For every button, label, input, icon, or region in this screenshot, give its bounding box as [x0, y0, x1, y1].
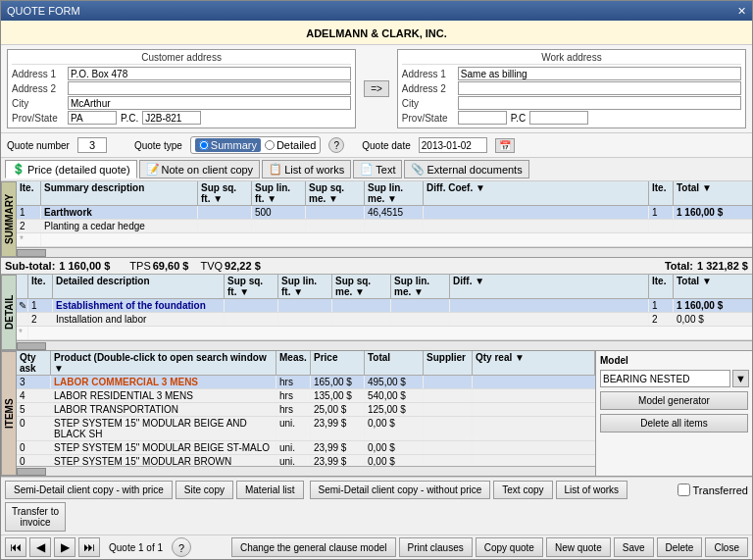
total-label: Total:: [665, 260, 693, 272]
detail-desc-2: Installation and labor: [53, 313, 225, 326]
delete-button[interactable]: Delete: [657, 537, 703, 557]
summary-right-total-1: 1 160,00 $: [674, 206, 752, 219]
site-copy-button[interactable]: Site copy: [176, 481, 233, 499]
work-provstate-input[interactable]: [458, 111, 507, 125]
work-address2-input[interactable]: [458, 81, 741, 95]
model-input-row: ▼: [600, 370, 748, 387]
detail-col-sqme: Sup sq. me. ▼: [332, 275, 391, 298]
items-row-step2[interactable]: 0 STEP SYSTEM 15" MODULAR BEIGE ST-MALO …: [17, 441, 595, 455]
tab-list[interactable]: 📋 List of works: [262, 160, 351, 178]
summary-cell-sqft-1: [198, 206, 252, 219]
transfer-to-invoice-button[interactable]: Transfer to invoice: [5, 502, 66, 532]
quote-number-input[interactable]: [77, 137, 107, 153]
delete-all-items-button[interactable]: Delete all items: [600, 414, 748, 433]
close-icon[interactable]: ✕: [737, 5, 746, 18]
print-clauses-button[interactable]: Print clauses: [399, 537, 473, 557]
customer-provstate-input[interactable]: [68, 111, 117, 125]
model-input[interactable]: [600, 370, 730, 387]
items-qty-5: 5: [17, 403, 51, 416]
quote-date-input[interactable]: [419, 137, 487, 153]
items-qty-step3: 0: [17, 455, 51, 466]
customer-pc-input[interactable]: [142, 111, 201, 125]
summary-row-1[interactable]: 1 Earthwork 500 46,4515 1 1 160,00 $: [17, 206, 752, 220]
price-icon: 💲: [12, 163, 25, 176]
items-row-3[interactable]: 3 LABOR COMMERCIAL 3 MENS hrs 165,00 $ 4…: [17, 376, 595, 389]
text-icon: 📄: [360, 163, 374, 176]
items-supplier-4: [424, 389, 473, 402]
items-row-step3[interactable]: 0 STEP SYSTEM 15" MODULAR BROWN CARDIGAN…: [17, 455, 595, 466]
semi-detail-no-price-button[interactable]: Semi-Detail client copy - without price: [310, 481, 491, 499]
customer-address2-label: Address 2: [12, 83, 66, 94]
summary-col-desc: Summary description: [41, 181, 198, 205]
tabs-bar: 💲 Price (detailed quote) 📝 Note on clien…: [1, 158, 752, 181]
customer-city-label: City: [12, 98, 66, 109]
work-city-input[interactable]: [458, 96, 741, 110]
model-generator-button[interactable]: Model generator: [600, 391, 748, 410]
tab-text[interactable]: 📄 Text: [353, 160, 402, 178]
summary-cell-ite-2: 2: [17, 220, 41, 232]
copy-address-button[interactable]: =>: [364, 80, 389, 97]
close-button[interactable]: Close: [705, 537, 748, 557]
work-pc-input[interactable]: [529, 111, 588, 125]
summary-scrollbar[interactable]: [17, 247, 752, 257]
summary-cell-diff-2: [424, 220, 649, 232]
summary-row-2[interactable]: 2 Planting a cedar hedge: [17, 220, 752, 233]
quote-type-detailed[interactable]: Detailed: [265, 139, 316, 151]
detail-data-row-2[interactable]: 2 Installation and labor 2 0,00 $: [17, 313, 752, 327]
items-meas-step1: uni.: [276, 417, 311, 440]
detail-linme-1: [391, 299, 450, 312]
save-button[interactable]: Save: [614, 537, 654, 557]
nav-last-button[interactable]: ⏭: [78, 537, 100, 557]
detail-data-row-1[interactable]: ✎ 1 Establishment of the foundation 1 1 …: [17, 299, 752, 313]
nav-next-button[interactable]: ▶: [54, 537, 75, 557]
address-section: Customer address Address 1 Address 2 Cit…: [1, 45, 752, 133]
tab-price[interactable]: 💲 Price (detailed quote): [5, 160, 137, 178]
quote-type-help-button[interactable]: ?: [328, 137, 344, 153]
semi-detail-price-button[interactable]: Semi-Detail client copy - with price: [5, 481, 173, 499]
detail-right-col-ite: Ite.: [649, 275, 674, 298]
items-scrollbar[interactable]: [17, 466, 595, 476]
items-price-step1: 23,99 $: [311, 417, 365, 440]
customer-city-input[interactable]: [68, 96, 351, 110]
items-qtyreal-5: [473, 403, 595, 416]
company-header: ADELMANN & CLARK, INC.: [1, 21, 752, 45]
list-of-works-button[interactable]: List of works: [556, 481, 628, 499]
copy-quote-button[interactable]: Copy quote: [476, 537, 543, 557]
nav-prev-button[interactable]: ◀: [29, 537, 51, 557]
items-qtyreal-step2: [473, 441, 595, 454]
model-side-panel: Model ▼ Model generator Delete all items: [595, 351, 752, 476]
tab-note[interactable]: 📝 Note on client copy: [139, 160, 261, 178]
items-col-price: Price: [311, 351, 365, 375]
detail-edit-1[interactable]: ✎: [17, 299, 28, 312]
nav-help-button[interactable]: ?: [172, 537, 191, 557]
work-address1-input[interactable]: [458, 67, 741, 80]
text-copy-button[interactable]: Text copy: [493, 481, 552, 499]
quote-type-summary[interactable]: Summary: [195, 138, 261, 152]
new-quote-button[interactable]: New quote: [546, 537, 611, 557]
summary-cell-linme-2: [365, 220, 424, 232]
nav-first-button[interactable]: ⏮: [5, 537, 26, 557]
items-price-step2: 23,99 $: [311, 441, 365, 454]
items-qtyreal-4: [473, 389, 595, 402]
material-list-button[interactable]: Material list: [236, 481, 304, 499]
items-qty-step2: 0: [17, 441, 51, 454]
summary-new-row[interactable]: *: [17, 233, 752, 247]
items-col-meas: Meas.: [276, 351, 311, 375]
tps-value: 69,60 $: [153, 260, 189, 272]
items-row-step1[interactable]: 0 STEP SYSTEM 15" MODULAR BEIGE AND BLAC…: [17, 417, 595, 441]
items-qty-step1: 0: [17, 417, 51, 440]
items-row-5[interactable]: 5 LABOR TRANSPORTATION hrs 25,00 $ 125,0…: [17, 403, 595, 417]
transferred-checkbox[interactable]: [678, 484, 690, 496]
items-meas-4: hrs: [276, 389, 311, 402]
customer-address2-input[interactable]: [68, 81, 351, 95]
items-row-4[interactable]: 4 LABOR RESIDENTIAL 3 MENS hrs 135,00 $ …: [17, 389, 595, 403]
customer-address1-input[interactable]: [68, 67, 351, 80]
nav-bar: ⏮ ◀ ▶ ⏭ Quote 1 of 1 ? Change the genera…: [1, 535, 752, 559]
detail-scrollbar[interactable]: [17, 340, 752, 350]
detail-edit-2[interactable]: [17, 313, 28, 326]
calendar-button[interactable]: 📅: [495, 138, 515, 153]
model-dropdown-button[interactable]: ▼: [732, 370, 749, 387]
detail-new-row[interactable]: *: [17, 327, 752, 340]
tab-external[interactable]: 📎 External documents: [404, 160, 528, 178]
change-clause-button[interactable]: Change the general clause model: [231, 537, 396, 557]
